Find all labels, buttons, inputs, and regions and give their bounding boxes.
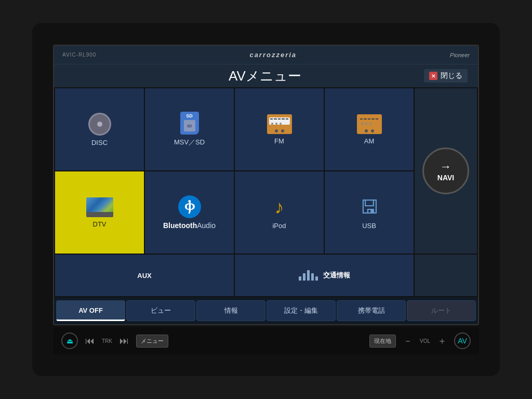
av-off-label: AV OFF [78, 307, 103, 314]
usb-button[interactable]: 🖫 USB [325, 171, 414, 254]
sd-icon: SD [180, 112, 199, 135]
am-label: AM [364, 137, 375, 145]
trk-label: TRK [102, 338, 112, 344]
aux-button[interactable]: AUX [55, 255, 234, 296]
dtv-screen [86, 197, 113, 212]
msv-sd-label: MSV／SD [174, 138, 205, 147]
next-icon: ⏭ [119, 336, 129, 346]
dtv-label: DTV [93, 220, 107, 228]
location-button[interactable]: 現在地 [369, 335, 396, 348]
disc-icon [88, 113, 111, 136]
ipod-icon: ♪ [272, 196, 287, 219]
am-radio-dots [361, 123, 371, 125]
ipod-label: iPod [272, 222, 286, 230]
traffic-button[interactable]: 交通情報 [235, 255, 414, 296]
usb-label: USB [362, 222, 376, 230]
menu-button[interactable]: メニュー [136, 335, 168, 348]
music-note-icon: ♪ [275, 196, 284, 218]
settings-label: 設定・編集 [284, 306, 318, 315]
usb-icon: 🖫 [361, 196, 378, 219]
physical-controls: ⏏ ⏮ TRK ⏭ メニュー 現在地 － VOL ＋ [53, 327, 479, 354]
bluetooth-button[interactable]: Ⲫ Bluetooth Audio [145, 171, 234, 254]
traffic-label: 交通情報 [323, 271, 350, 280]
close-label: 閉じる [441, 71, 462, 81]
info-button[interactable]: 情報 [196, 300, 265, 321]
left-controls: ⏏ ⏮ TRK ⏭ メニュー [61, 332, 168, 349]
eject-icon: ⏏ [66, 337, 73, 345]
navi-arrow-icon: → [440, 160, 451, 174]
vol-label: VOL [420, 338, 430, 344]
dtv-base [86, 212, 113, 217]
empty-cell [415, 255, 477, 296]
radio-lines [270, 118, 289, 119]
bottom-button-bar: AV OFF ビュー 情報 設定・編集 携帯電話 ルート [54, 297, 478, 324]
am-icon [357, 114, 382, 134]
view-button[interactable]: ビュー [126, 300, 195, 321]
title-bar: AVメニュー ✕ 閉じる [54, 64, 478, 87]
navi-label: NAVI [437, 174, 454, 182]
next-button[interactable]: ⏭ [115, 334, 133, 349]
radio-knobs [275, 129, 284, 132]
av-off-button[interactable]: AV OFF [56, 300, 125, 321]
am-button[interactable]: AM [325, 88, 414, 170]
bt-normal-text: Audio [197, 221, 216, 230]
model-label: AVIC-RL900 [62, 52, 96, 58]
route-button[interactable]: ルート [407, 300, 476, 321]
msv-sd-button[interactable]: SD MSV／SD [145, 88, 234, 170]
traffic-icon [299, 270, 318, 281]
prev-button[interactable]: ⏮ [81, 334, 99, 349]
right-controls: 現在地 － VOL ＋ AV [369, 332, 471, 349]
vol-plus-icon: ＋ [437, 336, 447, 346]
location-label: 現在地 [374, 338, 391, 344]
top-bar: AVIC-RL900 carrozzeria Pioneer [54, 46, 478, 64]
am-radio-knobs [365, 129, 374, 132]
sd-inner: SD [184, 120, 195, 131]
vol-minus-button[interactable]: － [399, 332, 417, 349]
phone-label: 携帯電話 [358, 306, 385, 315]
route-label: ルート [431, 306, 451, 315]
fm-label: FM [274, 137, 284, 145]
close-button[interactable]: ✕ 閉じる [424, 69, 468, 83]
dtv-button[interactable]: DTV [55, 171, 144, 254]
phone-button[interactable]: 携帯電話 [337, 300, 406, 321]
page-title: AVメニュー [106, 67, 424, 85]
vol-minus-icon: － [403, 336, 413, 346]
settings-button[interactable]: 設定・編集 [267, 300, 336, 321]
bt-bold-text: Bluetooth [163, 221, 197, 230]
ipod-button[interactable]: ♪ iPod [235, 171, 324, 254]
aux-label: AUX [137, 272, 151, 280]
navi-button[interactable]: → NAVI [422, 148, 469, 194]
dtv-icon [86, 197, 113, 217]
brand-right-label: Pioneer [450, 52, 470, 58]
info-label: 情報 [224, 306, 238, 315]
view-label: ビュー [151, 306, 171, 315]
am-radio-lines [360, 118, 379, 119]
radio-dots [271, 123, 282, 125]
disc-button[interactable]: DISC [55, 88, 144, 170]
disc-label: DISC [91, 139, 108, 147]
car-unit: AVIC-RL900 carrozzeria Pioneer AVメニュー ✕ … [32, 23, 500, 376]
menu-label: メニュー [141, 338, 164, 344]
av-button[interactable]: AV [454, 332, 471, 349]
fm-icon [267, 114, 292, 134]
bluetooth-icon: Ⲫ [178, 195, 201, 218]
prev-icon: ⏮ [85, 336, 95, 346]
brand-center-label: carrozzeria [249, 51, 297, 59]
av-icon: AV [458, 337, 467, 345]
av-menu-grid: DISC SD MSV／SD [54, 87, 478, 297]
vol-plus-button[interactable]: ＋ [433, 332, 451, 349]
eject-button[interactable]: ⏏ [61, 332, 78, 349]
fm-button[interactable]: FM [235, 88, 324, 170]
bluetooth-label: Bluetooth Audio [163, 221, 216, 230]
close-x-icon: ✕ [429, 72, 437, 80]
main-screen: AVIC-RL900 carrozzeria Pioneer AVメニュー ✕ … [53, 45, 479, 325]
